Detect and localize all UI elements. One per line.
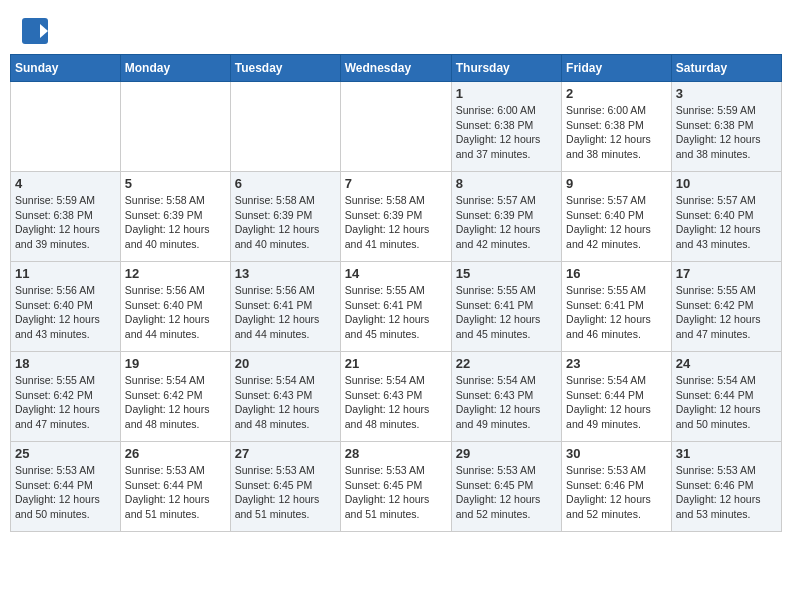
day-number: 3 (676, 86, 777, 101)
calendar-day-cell: 19Sunrise: 5:54 AM Sunset: 6:42 PM Dayli… (120, 352, 230, 442)
day-number: 23 (566, 356, 667, 371)
day-number: 19 (125, 356, 226, 371)
day-number: 18 (15, 356, 116, 371)
day-detail: Sunrise: 5:55 AM Sunset: 6:41 PM Dayligh… (345, 283, 447, 342)
day-number: 30 (566, 446, 667, 461)
day-detail: Sunrise: 5:53 AM Sunset: 6:45 PM Dayligh… (235, 463, 336, 522)
day-detail: Sunrise: 5:57 AM Sunset: 6:40 PM Dayligh… (566, 193, 667, 252)
calendar-day-cell: 24Sunrise: 5:54 AM Sunset: 6:44 PM Dayli… (671, 352, 781, 442)
day-detail: Sunrise: 5:55 AM Sunset: 6:42 PM Dayligh… (15, 373, 116, 432)
calendar-day-cell: 26Sunrise: 5:53 AM Sunset: 6:44 PM Dayli… (120, 442, 230, 532)
day-detail: Sunrise: 5:54 AM Sunset: 6:43 PM Dayligh… (456, 373, 557, 432)
day-number: 1 (456, 86, 557, 101)
day-detail: Sunrise: 5:58 AM Sunset: 6:39 PM Dayligh… (125, 193, 226, 252)
calendar-day-cell (120, 82, 230, 172)
calendar-day-cell: 20Sunrise: 5:54 AM Sunset: 6:43 PM Dayli… (230, 352, 340, 442)
weekday-header-sunday: Sunday (11, 55, 121, 82)
day-number: 14 (345, 266, 447, 281)
day-number: 10 (676, 176, 777, 191)
calendar-day-cell: 1Sunrise: 6:00 AM Sunset: 6:38 PM Daylig… (451, 82, 561, 172)
day-detail: Sunrise: 5:53 AM Sunset: 6:46 PM Dayligh… (566, 463, 667, 522)
day-number: 15 (456, 266, 557, 281)
calendar-day-cell: 15Sunrise: 5:55 AM Sunset: 6:41 PM Dayli… (451, 262, 561, 352)
calendar-day-cell: 18Sunrise: 5:55 AM Sunset: 6:42 PM Dayli… (11, 352, 121, 442)
calendar-week-row: 11Sunrise: 5:56 AM Sunset: 6:40 PM Dayli… (11, 262, 782, 352)
calendar-day-cell: 17Sunrise: 5:55 AM Sunset: 6:42 PM Dayli… (671, 262, 781, 352)
day-detail: Sunrise: 6:00 AM Sunset: 6:38 PM Dayligh… (566, 103, 667, 162)
weekday-header-tuesday: Tuesday (230, 55, 340, 82)
day-detail: Sunrise: 5:56 AM Sunset: 6:40 PM Dayligh… (125, 283, 226, 342)
weekday-header-monday: Monday (120, 55, 230, 82)
calendar-day-cell: 5Sunrise: 5:58 AM Sunset: 6:39 PM Daylig… (120, 172, 230, 262)
day-detail: Sunrise: 5:55 AM Sunset: 6:41 PM Dayligh… (566, 283, 667, 342)
day-detail: Sunrise: 5:58 AM Sunset: 6:39 PM Dayligh… (235, 193, 336, 252)
day-number: 25 (15, 446, 116, 461)
day-detail: Sunrise: 5:54 AM Sunset: 6:44 PM Dayligh… (566, 373, 667, 432)
day-detail: Sunrise: 5:59 AM Sunset: 6:38 PM Dayligh… (15, 193, 116, 252)
day-detail: Sunrise: 5:57 AM Sunset: 6:40 PM Dayligh… (676, 193, 777, 252)
day-number: 7 (345, 176, 447, 191)
calendar-week-row: 1Sunrise: 6:00 AM Sunset: 6:38 PM Daylig… (11, 82, 782, 172)
day-number: 31 (676, 446, 777, 461)
day-detail: Sunrise: 5:58 AM Sunset: 6:39 PM Dayligh… (345, 193, 447, 252)
calendar-day-cell: 4Sunrise: 5:59 AM Sunset: 6:38 PM Daylig… (11, 172, 121, 262)
calendar-day-cell: 29Sunrise: 5:53 AM Sunset: 6:45 PM Dayli… (451, 442, 561, 532)
day-detail: Sunrise: 5:55 AM Sunset: 6:42 PM Dayligh… (676, 283, 777, 342)
weekday-header-thursday: Thursday (451, 55, 561, 82)
calendar-week-row: 25Sunrise: 5:53 AM Sunset: 6:44 PM Dayli… (11, 442, 782, 532)
calendar-day-cell: 3Sunrise: 5:59 AM Sunset: 6:38 PM Daylig… (671, 82, 781, 172)
day-number: 24 (676, 356, 777, 371)
logo-icon (20, 16, 50, 46)
calendar-day-cell: 13Sunrise: 5:56 AM Sunset: 6:41 PM Dayli… (230, 262, 340, 352)
logo (20, 16, 54, 46)
day-detail: Sunrise: 6:00 AM Sunset: 6:38 PM Dayligh… (456, 103, 557, 162)
day-number: 13 (235, 266, 336, 281)
day-number: 17 (676, 266, 777, 281)
calendar-day-cell: 7Sunrise: 5:58 AM Sunset: 6:39 PM Daylig… (340, 172, 451, 262)
day-detail: Sunrise: 5:54 AM Sunset: 6:44 PM Dayligh… (676, 373, 777, 432)
calendar-day-cell: 12Sunrise: 5:56 AM Sunset: 6:40 PM Dayli… (120, 262, 230, 352)
day-number: 4 (15, 176, 116, 191)
day-number: 29 (456, 446, 557, 461)
day-detail: Sunrise: 5:53 AM Sunset: 6:44 PM Dayligh… (125, 463, 226, 522)
day-number: 26 (125, 446, 226, 461)
day-detail: Sunrise: 5:54 AM Sunset: 6:43 PM Dayligh… (235, 373, 336, 432)
weekday-header-wednesday: Wednesday (340, 55, 451, 82)
calendar-day-cell: 2Sunrise: 6:00 AM Sunset: 6:38 PM Daylig… (562, 82, 672, 172)
day-number: 2 (566, 86, 667, 101)
calendar-day-cell: 22Sunrise: 5:54 AM Sunset: 6:43 PM Dayli… (451, 352, 561, 442)
calendar-table: SundayMondayTuesdayWednesdayThursdayFrid… (10, 54, 782, 532)
weekday-header-friday: Friday (562, 55, 672, 82)
day-number: 11 (15, 266, 116, 281)
calendar-day-cell: 30Sunrise: 5:53 AM Sunset: 6:46 PM Dayli… (562, 442, 672, 532)
day-number: 27 (235, 446, 336, 461)
calendar-day-cell: 10Sunrise: 5:57 AM Sunset: 6:40 PM Dayli… (671, 172, 781, 262)
day-number: 5 (125, 176, 226, 191)
calendar-day-cell: 16Sunrise: 5:55 AM Sunset: 6:41 PM Dayli… (562, 262, 672, 352)
calendar-day-cell: 8Sunrise: 5:57 AM Sunset: 6:39 PM Daylig… (451, 172, 561, 262)
day-number: 16 (566, 266, 667, 281)
day-number: 6 (235, 176, 336, 191)
day-detail: Sunrise: 5:56 AM Sunset: 6:41 PM Dayligh… (235, 283, 336, 342)
calendar-week-row: 4Sunrise: 5:59 AM Sunset: 6:38 PM Daylig… (11, 172, 782, 262)
day-detail: Sunrise: 5:59 AM Sunset: 6:38 PM Dayligh… (676, 103, 777, 162)
weekday-header-row: SundayMondayTuesdayWednesdayThursdayFrid… (11, 55, 782, 82)
day-number: 28 (345, 446, 447, 461)
day-detail: Sunrise: 5:54 AM Sunset: 6:43 PM Dayligh… (345, 373, 447, 432)
day-number: 20 (235, 356, 336, 371)
day-number: 9 (566, 176, 667, 191)
day-detail: Sunrise: 5:57 AM Sunset: 6:39 PM Dayligh… (456, 193, 557, 252)
calendar-day-cell: 14Sunrise: 5:55 AM Sunset: 6:41 PM Dayli… (340, 262, 451, 352)
calendar-day-cell: 27Sunrise: 5:53 AM Sunset: 6:45 PM Dayli… (230, 442, 340, 532)
day-number: 22 (456, 356, 557, 371)
day-detail: Sunrise: 5:54 AM Sunset: 6:42 PM Dayligh… (125, 373, 226, 432)
page-header (10, 10, 782, 46)
day-detail: Sunrise: 5:53 AM Sunset: 6:46 PM Dayligh… (676, 463, 777, 522)
weekday-header-saturday: Saturday (671, 55, 781, 82)
calendar-day-cell (11, 82, 121, 172)
calendar-day-cell (340, 82, 451, 172)
calendar-day-cell (230, 82, 340, 172)
calendar-day-cell: 25Sunrise: 5:53 AM Sunset: 6:44 PM Dayli… (11, 442, 121, 532)
calendar-day-cell: 6Sunrise: 5:58 AM Sunset: 6:39 PM Daylig… (230, 172, 340, 262)
day-detail: Sunrise: 5:53 AM Sunset: 6:44 PM Dayligh… (15, 463, 116, 522)
